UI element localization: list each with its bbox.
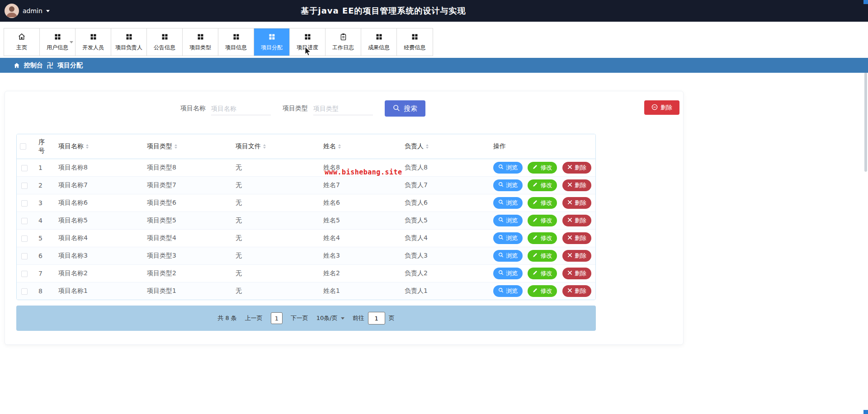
cell-project-name: 项目名称1 xyxy=(53,282,142,300)
edit-button[interactable]: 修改 xyxy=(528,250,557,262)
search-button[interactable]: 搜索 xyxy=(385,100,425,117)
grid-icon xyxy=(375,33,383,41)
edit-pencil-icon xyxy=(533,235,538,241)
view-button[interactable]: 浏览 xyxy=(493,285,523,297)
project-type-input[interactable] xyxy=(313,102,373,115)
nav-tab-0[interactable]: 主页 xyxy=(4,28,40,56)
current-page[interactable]: 1 xyxy=(271,312,283,324)
row-checkbox[interactable] xyxy=(21,253,28,259)
nav-tab-3[interactable]: 项目负责人 xyxy=(111,28,147,56)
nav-tab-6[interactable]: 项目信息 xyxy=(218,28,254,56)
delete-row-button[interactable]: 删除 xyxy=(562,162,591,174)
edit-button[interactable]: 修改 xyxy=(528,232,557,244)
search-icon xyxy=(498,287,504,294)
edit-button-label: 修改 xyxy=(540,199,552,207)
row-checkbox[interactable] xyxy=(21,271,28,277)
breadcrumb-console[interactable]: 控制台 xyxy=(24,61,43,70)
sort-icon[interactable] xyxy=(86,143,89,150)
sort-icon[interactable] xyxy=(175,143,177,150)
cell-project-type: 项目类型1 xyxy=(142,282,230,300)
nav-tab-11[interactable]: 经费信息 xyxy=(397,28,433,56)
next-page-button[interactable]: 下一页 xyxy=(291,314,308,322)
nav-tab-8[interactable]: 项目进度 xyxy=(290,28,326,56)
nav-tab-10[interactable]: 成果信息 xyxy=(361,28,397,56)
cell-leader: 负责人5 xyxy=(399,212,488,229)
scrollbar-up-arrow[interactable] xyxy=(863,0,868,4)
cell-person-name: 姓名1 xyxy=(318,282,399,300)
cell-leader: 负责人1 xyxy=(399,282,488,300)
goto-page-input[interactable] xyxy=(368,312,385,325)
cell-no: 3 xyxy=(32,194,53,212)
cell-no: 2 xyxy=(32,176,53,194)
prev-page-button[interactable]: 上一页 xyxy=(245,314,263,322)
sort-icon[interactable] xyxy=(426,143,429,150)
delete-row-button[interactable]: 删除 xyxy=(562,250,591,262)
edit-button[interactable]: 修改 xyxy=(528,179,557,191)
project-name-label: 项目名称 xyxy=(180,104,206,113)
edit-button[interactable]: 修改 xyxy=(528,285,557,297)
delete-row-button[interactable]: 删除 xyxy=(562,179,591,191)
view-button[interactable]: 浏览 xyxy=(493,268,523,279)
cell-person-name: 姓名6 xyxy=(318,194,399,212)
select-all-checkbox[interactable] xyxy=(20,143,26,150)
nav-tab-label: 用户信息 xyxy=(47,44,68,52)
delete-row-button[interactable]: 删除 xyxy=(562,215,591,226)
edit-button[interactable]: 修改 xyxy=(528,215,557,226)
delete-row-button[interactable]: 删除 xyxy=(562,268,591,279)
view-button[interactable]: 浏览 xyxy=(493,215,523,226)
delete-row-button[interactable]: 删除 xyxy=(562,197,591,209)
view-button[interactable]: 浏览 xyxy=(493,232,523,244)
scrollbar-thumb[interactable] xyxy=(864,72,867,172)
delete-row-button[interactable]: 删除 xyxy=(562,285,591,297)
edit-button[interactable]: 修改 xyxy=(528,162,557,174)
project-name-input[interactable] xyxy=(211,102,271,115)
scrollbar-down-arrow[interactable] xyxy=(863,410,868,414)
view-button-label: 浏览 xyxy=(506,287,518,295)
view-button[interactable]: 浏览 xyxy=(493,179,523,191)
cell-project-name: 项目名称5 xyxy=(53,212,142,229)
user-menu[interactable]: admin xyxy=(5,4,50,18)
nav-tab-2[interactable]: 开发人员 xyxy=(75,28,111,56)
nav-tab-5[interactable]: 项目类型 xyxy=(183,28,218,56)
sort-icon[interactable] xyxy=(263,143,266,150)
edit-button[interactable]: 修改 xyxy=(528,268,557,279)
nav-tab-label: 项目信息 xyxy=(225,44,247,52)
nav-tab-4[interactable]: 公告信息 xyxy=(147,28,183,56)
nav-tab-9[interactable]: 工作日志 xyxy=(326,28,361,56)
nav-tab-label: 经费信息 xyxy=(404,44,426,52)
search-fields: 项目名称 项目类型 搜索 xyxy=(180,100,683,117)
cell-leader: 负责人2 xyxy=(399,264,488,282)
row-checkbox[interactable] xyxy=(21,183,28,189)
view-button[interactable]: 浏览 xyxy=(493,250,523,262)
nav-tab-label: 项目分配 xyxy=(261,44,283,52)
search-icon xyxy=(498,270,504,277)
edit-button-label: 修改 xyxy=(540,269,552,278)
delete-row-button-label: 删除 xyxy=(575,269,586,278)
delete-row-button[interactable]: 删除 xyxy=(562,232,591,244)
edit-button-label: 修改 xyxy=(540,181,552,189)
view-button-label: 浏览 xyxy=(506,252,518,260)
view-button[interactable]: 浏览 xyxy=(493,197,523,209)
nav-tab-7[interactable]: 项目分配 xyxy=(254,28,290,56)
cell-project-name: 项目名称7 xyxy=(53,176,142,194)
content-card: 项目名称 项目类型 搜索 删除 xyxy=(5,91,684,345)
table-row: 5 项目名称4 项目类型4 无 姓名4 负责人4 浏览 修改 删除 xyxy=(17,229,595,247)
delete-row-button-label: 删除 xyxy=(575,181,586,189)
nav-tab-1[interactable]: 用户信息 xyxy=(40,28,75,56)
cell-no: 6 xyxy=(32,247,53,264)
sort-icon[interactable] xyxy=(338,143,341,150)
edit-button[interactable]: 修改 xyxy=(528,197,557,209)
edit-pencil-icon xyxy=(533,199,538,206)
row-checkbox[interactable] xyxy=(21,235,28,242)
cell-project-file: 无 xyxy=(230,247,318,264)
close-icon xyxy=(567,199,572,206)
row-checkbox[interactable] xyxy=(21,218,28,224)
edit-button-label: 修改 xyxy=(540,164,552,172)
cell-person-name: 姓名2 xyxy=(318,264,399,282)
page-size-select[interactable]: 10条/页 xyxy=(316,314,344,322)
view-button[interactable]: 浏览 xyxy=(493,162,523,174)
row-checkbox[interactable] xyxy=(21,288,28,295)
bulk-delete-button[interactable]: 删除 xyxy=(644,100,679,115)
row-checkbox[interactable] xyxy=(21,165,28,171)
row-checkbox[interactable] xyxy=(21,200,28,207)
